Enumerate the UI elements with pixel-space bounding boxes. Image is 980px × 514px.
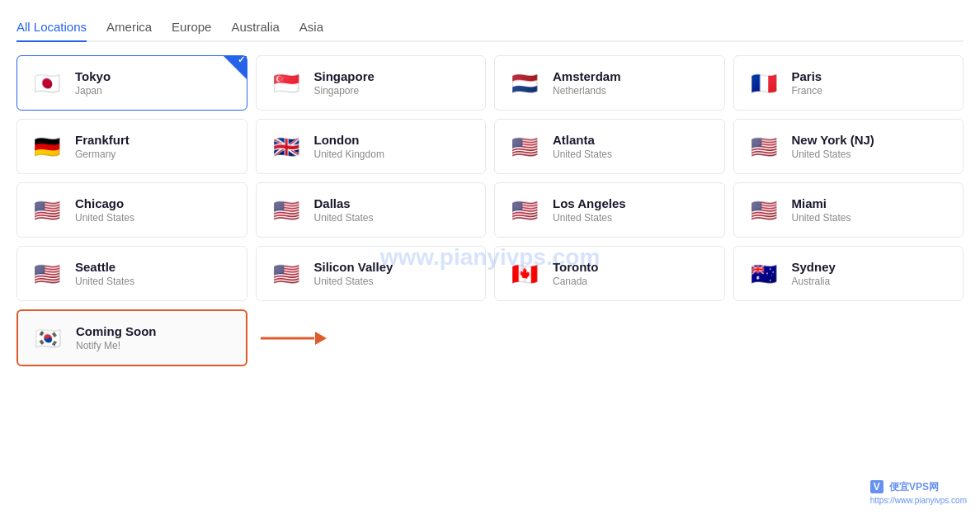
- city-amsterdam: Amsterdam: [553, 69, 621, 83]
- location-card-tokyo[interactable]: 🇯🇵TokyoJapan: [16, 55, 247, 111]
- city-los-angeles: Los Angeles: [553, 196, 626, 210]
- country-singapore: Singapore: [314, 85, 375, 97]
- coming-soon-text: Coming Soon Notify Me!: [76, 324, 157, 351]
- country-paris: France: [792, 85, 822, 97]
- country-dallas: United States: [314, 212, 374, 224]
- card-text-sydney: SydneyAustralia: [792, 260, 836, 287]
- selected-checkmark: [224, 56, 247, 79]
- tab-asia[interactable]: Asia: [299, 13, 323, 42]
- card-text-atlanta: AtlantaUnited States: [553, 133, 612, 160]
- country-new-york: United States: [792, 149, 874, 160]
- flag-seattle: 🇺🇸: [29, 262, 65, 286]
- location-card-paris[interactable]: 🇫🇷ParisFrance: [733, 55, 964, 111]
- location-card-sydney[interactable]: 🇦🇺SydneyAustralia: [733, 246, 964, 301]
- location-tabs: All Locations America Europe Australia A…: [16, 13, 964, 42]
- card-text-toronto: TorontoCanada: [553, 260, 599, 287]
- flag-london: 🇬🇧: [268, 134, 304, 159]
- coming-soon-subtitle: Notify Me!: [76, 340, 157, 351]
- location-card-singapore[interactable]: 🇸🇬SingaporeSingapore: [256, 55, 487, 111]
- flag-new-york: 🇺🇸: [746, 134, 782, 159]
- city-singapore: Singapore: [314, 69, 375, 83]
- location-card-seattle[interactable]: 🇺🇸SeattleUnited States: [16, 246, 247, 301]
- city-silicon-valley: Silicon Valley: [314, 260, 393, 274]
- city-paris: Paris: [792, 69, 822, 83]
- location-card-silicon-valley[interactable]: 🇺🇸Silicon ValleyUnited States: [256, 246, 487, 301]
- city-new-york: New York (NJ): [792, 133, 874, 147]
- country-seattle: United States: [75, 276, 134, 287]
- flag-los-angeles: 🇺🇸: [506, 198, 543, 223]
- card-text-seattle: SeattleUnited States: [75, 260, 134, 287]
- location-card-atlanta[interactable]: 🇺🇸AtlantaUnited States: [494, 119, 725, 174]
- location-card-dallas[interactable]: 🇺🇸DallasUnited States: [256, 182, 487, 238]
- flag-toronto: 🇨🇦: [506, 262, 543, 286]
- card-text-dallas: DallasUnited States: [314, 196, 374, 224]
- country-frankfurt: Germany: [75, 149, 130, 160]
- card-text-paris: ParisFrance: [792, 69, 822, 97]
- flag-frankfurt: 🇩🇪: [29, 134, 65, 159]
- city-miami: Miami: [792, 196, 851, 210]
- country-london: United Kingdom: [314, 149, 384, 160]
- flag-dallas: 🇺🇸: [268, 198, 304, 223]
- country-tokyo: Japan: [75, 85, 111, 97]
- flag-miami: 🇺🇸: [746, 198, 782, 223]
- location-card-frankfurt[interactable]: 🇩🇪FrankfurtGermany: [16, 119, 247, 174]
- city-frankfurt: Frankfurt: [75, 133, 130, 147]
- location-grid: 🇯🇵TokyoJapan🇸🇬SingaporeSingapore🇳🇱Amster…: [16, 55, 964, 301]
- card-text-amsterdam: AmsterdamNetherlands: [553, 69, 621, 97]
- country-toronto: Canada: [553, 276, 599, 287]
- city-toronto: Toronto: [553, 260, 599, 274]
- city-seattle: Seattle: [75, 260, 134, 274]
- country-silicon-valley: United States: [314, 276, 393, 287]
- location-card-chicago[interactable]: 🇺🇸ChicagoUnited States: [16, 182, 247, 238]
- city-atlanta: Atlanta: [553, 133, 612, 147]
- location-card-los-angeles[interactable]: 🇺🇸Los AngelesUnited States: [494, 182, 725, 238]
- coming-soon-city: Coming Soon: [76, 324, 157, 338]
- flag-amsterdam: 🇳🇱: [506, 71, 543, 96]
- card-text-chicago: ChicagoUnited States: [75, 196, 134, 224]
- card-text-miami: MiamiUnited States: [792, 196, 851, 224]
- country-chicago: United States: [75, 212, 134, 224]
- flag-tokyo: 🇯🇵: [29, 71, 65, 96]
- tab-australia[interactable]: Australia: [231, 13, 279, 42]
- card-text-singapore: SingaporeSingapore: [314, 69, 375, 97]
- card-text-tokyo: TokyoJapan: [75, 69, 111, 97]
- flag-sydney: 🇦🇺: [746, 262, 782, 286]
- tab-america[interactable]: America: [106, 13, 152, 42]
- coming-soon-card[interactable]: 🇰🇷 Coming Soon Notify Me!: [16, 309, 247, 366]
- flag-silicon-valley: 🇺🇸: [268, 262, 304, 286]
- flag-paris: 🇫🇷: [746, 71, 782, 96]
- location-card-new-york[interactable]: 🇺🇸New York (NJ)United States: [733, 119, 964, 174]
- city-dallas: Dallas: [314, 196, 374, 210]
- card-text-london: LondonUnited Kingdom: [314, 133, 384, 160]
- flag-singapore: 🇸🇬: [268, 71, 304, 96]
- card-text-new-york: New York (NJ)United States: [792, 133, 874, 160]
- flag-chicago: 🇺🇸: [29, 198, 65, 223]
- location-card-miami[interactable]: 🇺🇸MiamiUnited States: [733, 182, 964, 238]
- country-sydney: Australia: [792, 276, 836, 287]
- tab-all-locations[interactable]: All Locations: [16, 13, 87, 42]
- card-text-frankfurt: FrankfurtGermany: [75, 133, 130, 160]
- coming-soon-flag: 🇰🇷: [30, 326, 66, 351]
- location-card-toronto[interactable]: 🇨🇦TorontoCanada: [494, 246, 725, 301]
- card-text-los-angeles: Los AngelesUnited States: [553, 196, 626, 224]
- card-text-silicon-valley: Silicon ValleyUnited States: [314, 260, 393, 287]
- city-london: London: [314, 133, 384, 147]
- tab-europe[interactable]: Europe: [172, 13, 211, 42]
- country-los-angeles: United States: [553, 212, 626, 224]
- flag-atlanta: 🇺🇸: [506, 134, 543, 159]
- country-amsterdam: Netherlands: [553, 85, 621, 97]
- coming-soon-arrow: [261, 331, 327, 346]
- city-chicago: Chicago: [75, 196, 134, 210]
- city-tokyo: Tokyo: [75, 69, 111, 83]
- country-miami: United States: [792, 212, 851, 224]
- location-card-amsterdam[interactable]: 🇳🇱AmsterdamNetherlands: [494, 55, 725, 111]
- location-card-london[interactable]: 🇬🇧LondonUnited Kingdom: [256, 119, 487, 174]
- city-sydney: Sydney: [792, 260, 836, 274]
- country-atlanta: United States: [553, 149, 612, 160]
